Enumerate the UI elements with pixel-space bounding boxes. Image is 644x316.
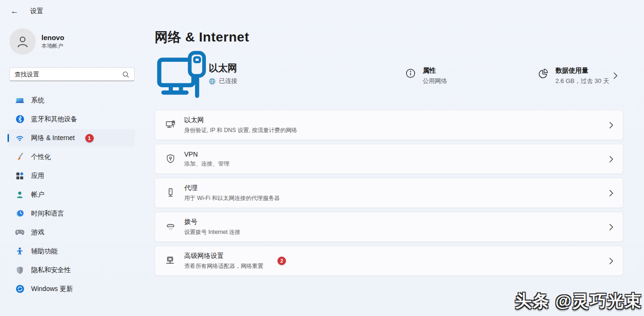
list-item-title: 代理	[184, 184, 280, 192]
list-item-title: 拨号	[184, 218, 240, 226]
sidebar-item-label: 网络 & Internet	[31, 134, 75, 142]
watermark-text: 头条 @灵巧光束	[515, 290, 642, 312]
accessibility-icon	[15, 247, 24, 256]
sidebar-item-network-internet[interactable]: 网络 & Internet 1	[8, 129, 135, 147]
chevron-right-icon	[609, 190, 613, 197]
network-icon	[15, 133, 24, 143]
main-content: 网络 & Internet 以太网 已连接	[155, 23, 644, 316]
bluetooth-icon	[15, 115, 24, 124]
search-icon	[122, 71, 130, 78]
network-status: 已连接	[209, 77, 237, 85]
chevron-right-icon	[609, 156, 613, 163]
list-item-title: 以太网	[184, 116, 297, 125]
info-icon	[405, 68, 416, 79]
sidebar-item-label: 蓝牙和其他设备	[31, 115, 77, 124]
search-input[interactable]	[15, 71, 122, 78]
sidebar-item-apps[interactable]: 应用	[8, 167, 135, 184]
sidebar-item-label: 应用	[31, 172, 44, 180]
sidebar-notification-badge: 1	[85, 134, 94, 142]
network-status-text: 已连接	[219, 77, 237, 85]
sidebar-item-windows-update[interactable]: Windows 更新	[8, 280, 135, 298]
profile[interactable]: lenovo 本地帐户	[9, 28, 64, 55]
accounts-icon	[15, 190, 24, 200]
sidebar-item-privacy-security[interactable]: 隐私和安全性	[8, 261, 135, 279]
windows-update-icon	[15, 284, 24, 294]
gaming-icon	[15, 228, 24, 237]
properties-block: 属性 公用网络	[405, 67, 447, 85]
chevron-right-icon	[609, 258, 613, 265]
sidebar-item-label: Windows 更新	[31, 285, 73, 293]
data-usage-label: 数据使用量	[555, 67, 609, 75]
app-title: 设置	[30, 7, 43, 16]
data-usage-value: 2.6 GB，过去 30 天	[555, 77, 609, 85]
list-item-title: VPN	[184, 150, 229, 158]
chevron-right-icon	[613, 72, 618, 79]
list-item-advanced-network[interactable]: 高级网络设置 查看所有网络适配器，网络重置 2	[155, 246, 623, 276]
system-icon	[15, 96, 24, 105]
list-item-title: 高级网络设置	[184, 252, 263, 260]
list-item-vpn[interactable]: VPN 添加、连接、管理	[155, 144, 623, 174]
sidebar-nav: 系统 蓝牙和其他设备 网络 & Internet 1	[8, 91, 135, 299]
sidebar-item-label: 系统	[31, 96, 44, 105]
list-item-subtitle: 查看所有网络适配器，网络重置	[184, 262, 263, 270]
chevron-right-icon	[609, 122, 613, 129]
sidebar-item-label: 隐私和安全性	[31, 266, 71, 274]
time-language-icon	[15, 209, 24, 218]
properties-value: 公用网络	[423, 77, 447, 85]
personalization-icon	[15, 152, 24, 162]
list-item-subtitle: 身份验证, IP 和 DNS 设置, 按流量计费的网络	[184, 126, 297, 134]
vpn-shield-icon	[164, 153, 177, 165]
apps-icon	[15, 171, 24, 181]
sidebar-item-bluetooth[interactable]: 蓝牙和其他设备	[8, 110, 135, 128]
properties-label: 属性	[423, 67, 447, 75]
titlebar: ← 设置	[8, 6, 43, 17]
list-item-proxy[interactable]: 代理 用于 Wi-Fi 和以太网连接的代理服务器	[155, 178, 623, 208]
list-item-subtitle: 添加、连接、管理	[184, 160, 229, 168]
pie-chart-icon	[538, 68, 549, 79]
sidebar-item-accounts[interactable]: 帐户	[8, 186, 135, 203]
sidebar-item-label: 个性化	[31, 153, 51, 161]
back-arrow-icon[interactable]: ←	[8, 6, 22, 17]
sidebar-item-system[interactable]: 系统	[8, 91, 135, 109]
advanced-network-icon	[164, 255, 177, 266]
data-usage-block: 数据使用量 2.6 GB，过去 30 天	[538, 67, 609, 85]
sidebar-item-label: 游戏	[31, 228, 44, 237]
network-name: 以太网	[209, 62, 237, 75]
settings-list: 以太网 身份验证, IP 和 DNS 设置, 按流量计费的网络 VPN 添加、连…	[155, 110, 623, 280]
sidebar-item-label: 帐户	[31, 191, 44, 199]
chevron-right-icon	[609, 224, 613, 231]
dialup-phone-icon	[164, 221, 177, 233]
list-item-dialup[interactable]: 拨号 设置拨号 Internet 连接	[155, 212, 623, 242]
sidebar-item-personalization[interactable]: 个性化	[8, 148, 135, 166]
list-item-subtitle: 设置拨号 Internet 连接	[184, 228, 240, 236]
list-item-subtitle: 用于 Wi-Fi 和以太网连接的代理服务器	[184, 194, 280, 202]
sidebar-item-label: 辅助功能	[31, 247, 57, 256]
privacy-icon	[15, 266, 24, 275]
sidebar-item-label: 时间和语言	[31, 209, 64, 218]
ethernet-row-icon	[164, 119, 177, 131]
globe-icon	[209, 78, 216, 85]
profile-account-type: 本地帐户	[41, 42, 64, 50]
page-title: 网络 & Internet	[155, 28, 249, 46]
sidebar-item-gaming[interactable]: 游戏	[8, 224, 135, 241]
profile-name: lenovo	[41, 33, 64, 42]
sidebar-item-time-language[interactable]: 时间和语言	[8, 205, 135, 222]
list-item-ethernet[interactable]: 以太网 身份验证, IP 和 DNS 设置, 按流量计费的网络	[155, 110, 623, 140]
user-avatar-icon	[9, 28, 36, 55]
search-box[interactable]	[9, 67, 135, 81]
proxy-server-icon	[164, 187, 177, 199]
sidebar-item-accessibility[interactable]: 辅助功能	[8, 242, 135, 260]
data-usage-chevron[interactable]	[613, 72, 618, 81]
advanced-network-badge: 2	[277, 257, 286, 265]
ethernet-hero-icon	[155, 51, 211, 100]
